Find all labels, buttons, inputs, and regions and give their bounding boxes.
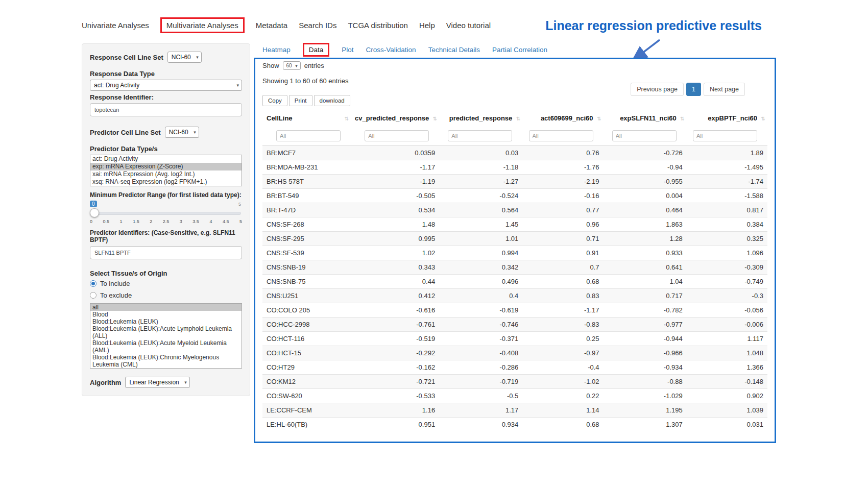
slider-handle[interactable] <box>90 208 99 217</box>
tissue-option[interactable]: Blood:Leukemia (LEUK):Acute Lymphoid Leu… <box>90 325 242 339</box>
slider-value-badge: 0 <box>90 201 97 207</box>
column-header-expbptf-nci60[interactable]: expBPTF_nci60⇅ <box>687 110 767 126</box>
table-row[interactable]: CNS:SF-5391.020.9940.910.9331.096 <box>262 246 767 260</box>
table-row[interactable]: BR:MCF70.03590.030.76-0.7261.89 <box>262 146 767 160</box>
copy-button[interactable]: Copy <box>262 95 287 106</box>
value-cell: 0.68 <box>522 418 603 432</box>
value-cell: -0.309 <box>687 260 767 275</box>
predictor-identifiers-input[interactable] <box>90 246 242 259</box>
nav-item-search-ids[interactable]: Search IDs <box>299 21 336 30</box>
sort-icon[interactable]: ⇅ <box>345 115 349 121</box>
column-filter-input[interactable] <box>529 130 593 141</box>
predictor-data-type-option[interactable]: xsq: RNA-seq Expression (log2 FPKM+1.) <box>90 178 242 186</box>
table-row[interactable]: LE:CCRF-CEM1.161.171.141.1951.039 <box>262 403 767 418</box>
column-filter-input[interactable] <box>365 130 429 141</box>
prev-page-button[interactable]: Previous page <box>631 83 684 96</box>
table-row[interactable]: CO:COLO 205-0.616-0.619-1.17-0.782-0.056 <box>262 303 767 318</box>
nav-item-help[interactable]: Help <box>419 21 435 30</box>
response-cell-line-set-select[interactable]: NCI-60 ▾ <box>167 52 202 63</box>
value-cell: -0.408 <box>439 346 522 360</box>
page-1-button[interactable]: 1 <box>686 83 701 96</box>
tab-cross-validation[interactable]: Cross-Validation <box>366 46 416 54</box>
column-header-cellline[interactable]: CellLine⇅ <box>262 110 351 126</box>
predictor-data-type-option[interactable]: exp: mRNA Expression (Z-Score) <box>90 163 242 170</box>
nav-item-metadata[interactable]: Metadata <box>256 21 288 30</box>
nav-item-univariate-analyses[interactable]: Univariate Analyses <box>82 21 149 30</box>
value-cell: -0.721 <box>351 375 439 389</box>
table-row[interactable]: CNS:SNB-750.440.4960.681.04-0.749 <box>262 275 767 289</box>
table-row[interactable]: LE:HL-60(TB)0.9510.9340.681.3070.031 <box>262 418 767 432</box>
tissue-exclude-radio[interactable]: To exclude <box>90 291 242 299</box>
table-row[interactable]: CO:KM12-0.721-0.719-1.02-0.88-0.148 <box>262 375 767 389</box>
column-filter-input[interactable] <box>276 130 341 141</box>
value-cell: 0.77 <box>522 203 603 217</box>
tab-plot[interactable]: Plot <box>342 46 353 54</box>
tissue-include-radio[interactable]: To include <box>90 280 242 287</box>
cellline-cell: CO:HT29 <box>262 360 351 375</box>
tissue-option[interactable]: Blood:Leukemia (LEUK) <box>90 318 242 325</box>
cellline-cell: CO:SW-620 <box>262 389 351 403</box>
response-identifier-label: Response Identifier: <box>90 93 242 101</box>
tissue-option[interactable]: Blood:Leukemia (LEUK):Acute Myeloid Leuk… <box>90 339 242 354</box>
column-filter-input[interactable] <box>448 130 512 141</box>
sort-icon[interactable]: ⇅ <box>680 115 684 121</box>
table-row[interactable]: CO:HCC-2998-0.761-0.746-0.83-0.977-0.006 <box>262 318 767 332</box>
value-cell: 0.951 <box>351 418 439 432</box>
column-header-predicted-response[interactable]: predicted_response⇅ <box>439 110 522 126</box>
download-button[interactable]: download <box>314 95 350 106</box>
table-row[interactable]: CNS:SF-2681.481.450.961.8630.384 <box>262 217 767 232</box>
predictor-identifiers-label: Predictor Identifiers: (Case-Sensitive, … <box>90 229 242 243</box>
table-row[interactable]: BR:MDA-MB-231-1.17-1.18-1.76-0.94-1.495 <box>262 160 767 175</box>
tissue-option[interactable]: all <box>90 304 242 311</box>
slider-track[interactable] <box>91 212 241 215</box>
value-cell: 0.933 <box>604 246 687 260</box>
tissue-origin-list[interactable]: allBloodBlood:Leukemia (LEUK)Blood:Leuke… <box>90 303 242 369</box>
min-predictor-range-slider[interactable]: 0 5 00.511.522.533.544.55 <box>90 201 242 225</box>
table-row[interactable]: CNS:SF-2950.9951.010.711.280.325 <box>262 232 767 246</box>
table-row[interactable]: BR:BT-549-0.505-0.524-0.160.004-1.588 <box>262 189 767 203</box>
predictor-data-type-list[interactable]: act: Drug Activityexp: mRNA Expression (… <box>90 155 242 186</box>
table-filter-row <box>262 126 767 146</box>
tab-heatmap[interactable]: Heatmap <box>262 46 291 54</box>
table-row[interactable]: CNS:SNB-190.3430.3420.70.641-0.309 <box>262 260 767 275</box>
table-row[interactable]: CNS:U2510.4120.40.830.717-0.3 <box>262 289 767 303</box>
algorithm-select[interactable]: Linear Regression ▾ <box>125 377 189 388</box>
column-header-act609699-nci60[interactable]: act609699_nci60⇅ <box>522 110 603 126</box>
column-header-cv-predicted-response[interactable]: cv_predicted_response⇅ <box>351 110 439 126</box>
nav-item-video-tutorial[interactable]: Video tutorial <box>446 21 491 30</box>
tab-technical-details[interactable]: Technical Details <box>428 46 480 54</box>
value-cell: -0.944 <box>604 332 687 346</box>
column-filter-input[interactable] <box>693 130 757 141</box>
value-cell: -1.74 <box>687 175 767 189</box>
slider-ticks: 00.511.522.533.544.55 <box>90 219 242 224</box>
column-filter-input[interactable] <box>612 130 677 141</box>
tissue-option[interactable]: Blood <box>90 311 242 318</box>
table-row[interactable]: BR:HS 578T-1.19-1.27-2.19-0.955-1.74 <box>262 175 767 189</box>
tab-partial-correlation[interactable]: Partial Correlation <box>492 46 547 54</box>
entries-count-select[interactable]: 60 ▾ <box>283 61 301 70</box>
predictor-data-type-option[interactable]: act: Drug Activity <box>90 155 242 163</box>
table-row[interactable]: CO:HCT-15-0.292-0.408-0.97-0.9661.048 <box>262 346 767 360</box>
predictor-data-type-option[interactable]: xai: mRNA Expression (Avg. log2 Int.) <box>90 170 242 178</box>
value-cell: -0.934 <box>604 360 687 375</box>
sort-icon[interactable]: ⇅ <box>597 115 601 121</box>
value-cell: 1.01 <box>439 232 522 246</box>
sort-icon[interactable]: ⇅ <box>761 115 765 121</box>
next-page-button[interactable]: Next page <box>704 83 745 96</box>
sort-icon[interactable]: ⇅ <box>516 115 520 121</box>
tissue-option[interactable]: Blood:Leukemia (LEUK):Chronic Myelogenou… <box>90 354 242 368</box>
response-data-type-select[interactable]: act: Drug Activity ▾ <box>90 80 242 91</box>
table-row[interactable]: CO:HT29-0.162-0.286-0.4-0.9341.366 <box>262 360 767 375</box>
print-button[interactable]: Print <box>289 95 312 106</box>
value-cell: -0.749 <box>687 275 767 289</box>
nav-item-tcga-distribution[interactable]: TCGA distribution <box>348 21 408 30</box>
nav-item-multivariate-analyses[interactable]: Multivariate Analyses <box>160 17 245 33</box>
tab-data[interactable]: Data <box>303 43 330 57</box>
table-row[interactable]: CO:HCT-116-0.519-0.3710.25-0.9441.117 <box>262 332 767 346</box>
table-row[interactable]: CO:SW-620-0.533-0.50.22-1.0290.902 <box>262 389 767 403</box>
table-row[interactable]: BR:T-47D0.5340.5640.770.4640.817 <box>262 203 767 217</box>
column-header-expslfn11-nci60[interactable]: expSLFN11_nci60⇅ <box>604 110 687 126</box>
response-identifier-input[interactable] <box>90 103 242 116</box>
predictor-cell-line-set-select[interactable]: NCI-60 ▾ <box>165 127 199 138</box>
sort-icon[interactable]: ⇅ <box>433 115 437 121</box>
